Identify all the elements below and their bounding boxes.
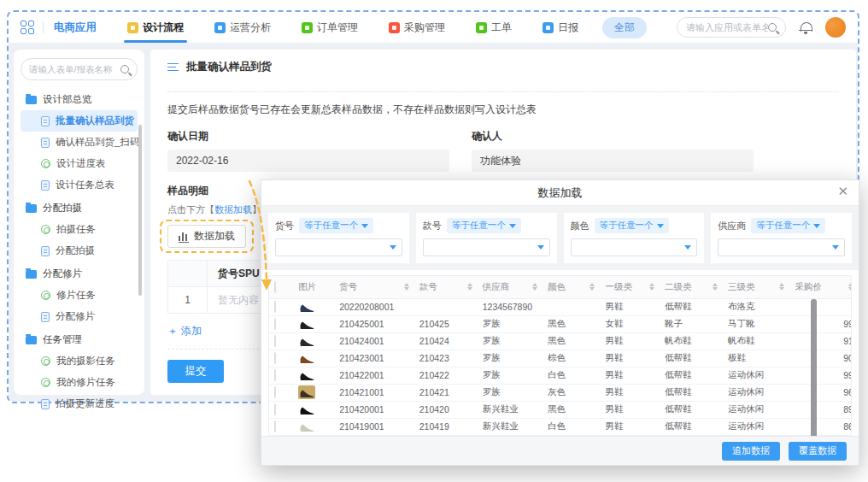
sidebar-item-设计任务总表[interactable]: 设计任务总表 <box>21 174 138 196</box>
confirmer-input[interactable]: 功能体验 <box>472 150 754 172</box>
sidebar-search-input[interactable] <box>29 64 120 74</box>
brand-ecommerce-app[interactable]: 电商应用 <box>54 21 97 35</box>
product-image[interactable] <box>298 403 315 416</box>
product-image-cell <box>293 332 334 350</box>
data-load-button[interactable]: 数据加载 <box>167 225 246 248</box>
search-icon[interactable] <box>768 23 777 32</box>
column-header-颜色: 颜色 <box>542 276 600 298</box>
sidebar-scrollbar[interactable] <box>138 125 142 296</box>
filter-select[interactable] <box>718 238 845 256</box>
sidebar-group-分配拍摄[interactable]: 分配拍摄 <box>21 197 138 219</box>
sidebar-group: 设计部总览批量确认样品到货确认样品到货_扫码设计进度表设计任务总表 <box>21 89 138 196</box>
user-avatar[interactable] <box>825 17 846 38</box>
group-label: 分配拍摄 <box>43 202 82 215</box>
sidebar-item-我的摄影任务[interactable]: 我的摄影任务 <box>21 350 138 372</box>
supplier-cell: 罗族 <box>478 315 542 332</box>
sidebar-item-拍摄更新进度[interactable]: 拍摄更新进度 <box>21 393 138 414</box>
product-image[interactable] <box>298 351 315 365</box>
column-header-供应商: 供应商 <box>478 276 542 298</box>
supplier-cell: 罗族 <box>478 350 542 367</box>
sort-icon[interactable] <box>467 283 472 291</box>
sort-icon[interactable] <box>848 283 852 291</box>
confirm-date-input[interactable]: 2022-02-16 <box>167 150 449 172</box>
filter-operator-chip[interactable]: 等于任意一个 <box>751 218 825 233</box>
row-checkbox[interactable] <box>274 301 276 313</box>
category1-cell: 男鞋 <box>600 298 660 315</box>
report-icon <box>41 378 50 387</box>
row-checkbox[interactable] <box>274 369 276 381</box>
report-icon <box>41 225 50 234</box>
sidebar-item-我的修片任务[interactable]: 我的修片任务 <box>21 372 138 393</box>
sidebar-item-分配拍摄[interactable]: 分配拍摄 <box>21 240 138 262</box>
filter-operator-chip[interactable]: 等于任意一个 <box>447 218 521 233</box>
append-data-button[interactable]: 追加数据 <box>722 442 780 461</box>
tab-运营分析[interactable]: 运营分析 <box>206 12 279 43</box>
tab-日报[interactable]: 日报 <box>534 12 587 43</box>
sort-icon[interactable] <box>649 283 654 291</box>
product-image[interactable] <box>298 420 315 433</box>
row-checkbox[interactable] <box>274 420 276 432</box>
select-all-checkbox[interactable] <box>274 281 276 293</box>
sidebar-group-设计部总览[interactable]: 设计部总览 <box>21 89 138 110</box>
sidebar-group-任务管理[interactable]: 任务管理 <box>21 329 138 350</box>
filter-select[interactable] <box>423 238 550 256</box>
filter-operator-chip[interactable]: 等于任意一个 <box>299 218 373 233</box>
hint-data-load-link[interactable]: 数据加载 <box>214 204 252 215</box>
topbar-search-input[interactable] <box>686 22 768 32</box>
row-checkbox[interactable] <box>274 318 276 330</box>
filter-select[interactable] <box>571 238 698 256</box>
column-header-label: 货号 <box>339 281 357 293</box>
item-number-cell: 210423001 <box>334 350 414 367</box>
close-icon[interactable]: ✕ <box>837 185 848 197</box>
table-scrollbar[interactable] <box>811 299 817 449</box>
sort-icon[interactable] <box>532 283 537 291</box>
group-label: 分配修片 <box>43 267 82 280</box>
sort-icon[interactable] <box>589 283 595 291</box>
sidebar-item-确认样品到货_扫码[interactable]: 确认样品到货_扫码 <box>21 132 138 153</box>
product-image[interactable] <box>298 385 315 399</box>
color-cell: 黑色 <box>542 332 600 350</box>
row-checkbox-cell <box>269 367 293 384</box>
sidebar-search-icon[interactable] <box>120 65 129 73</box>
category2-cell: 低帮鞋 <box>660 350 723 367</box>
tab-工单[interactable]: 工单 <box>467 12 520 43</box>
sidebar-item-拍摄任务[interactable]: 拍摄任务 <box>21 219 138 240</box>
row-checkbox[interactable] <box>274 352 276 364</box>
notification-bell-icon[interactable] <box>800 21 812 34</box>
sort-icon[interactable] <box>404 283 409 291</box>
sidebar-item-label: 我的修片任务 <box>56 376 115 389</box>
sidebar-item-批量确认样品到货[interactable]: 批量确认样品到货 <box>21 110 138 132</box>
tab-设计流程[interactable]: 设计流程 <box>119 12 192 43</box>
tab-label: 订单管理 <box>317 21 358 35</box>
chevron-down-icon <box>832 245 839 250</box>
filter-head: 供应商等于任意一个 <box>718 218 845 233</box>
collapse-menu-icon[interactable] <box>167 63 179 72</box>
product-image[interactable] <box>298 317 315 331</box>
column-header-款号: 款号 <box>414 276 478 298</box>
row-checkbox[interactable] <box>274 386 276 398</box>
row-checkbox[interactable] <box>274 335 276 347</box>
sidebar-item-修片任务[interactable]: 修片任务 <box>21 285 138 306</box>
sidebar-item-label: 我的摄影任务 <box>56 355 115 367</box>
sidebar-item-分配修片[interactable]: 分配修片 <box>21 306 138 327</box>
sidebar-group-分配修片[interactable]: 分配修片 <box>21 263 138 285</box>
all-apps-badge[interactable]: 全部 <box>602 17 647 38</box>
tab-订单管理[interactable]: 订单管理 <box>293 12 367 43</box>
filter-operator-chip[interactable]: 等于任意一个 <box>595 218 669 233</box>
product-image[interactable] <box>298 368 315 382</box>
sort-icon[interactable] <box>713 283 718 291</box>
filter-select[interactable] <box>275 238 402 256</box>
submit-button[interactable]: 提交 <box>167 360 224 383</box>
app-icon <box>127 22 138 33</box>
product-image[interactable] <box>298 334 315 348</box>
row-checkbox[interactable] <box>274 403 276 415</box>
category3-cell: 帆布鞋 <box>723 332 789 350</box>
sort-icon[interactable] <box>779 283 784 291</box>
category2-cell: 低帮鞋 <box>660 367 723 384</box>
tab-采购管理[interactable]: 采购管理 <box>380 12 454 43</box>
overwrite-data-button[interactable]: 覆盖数据 <box>789 442 847 461</box>
sidebar-item-设计进度表[interactable]: 设计进度表 <box>21 153 138 174</box>
product-image[interactable] <box>298 300 315 314</box>
apps-grid-icon[interactable] <box>21 21 34 34</box>
confirm-date-label: 确认日期 <box>167 129 449 144</box>
